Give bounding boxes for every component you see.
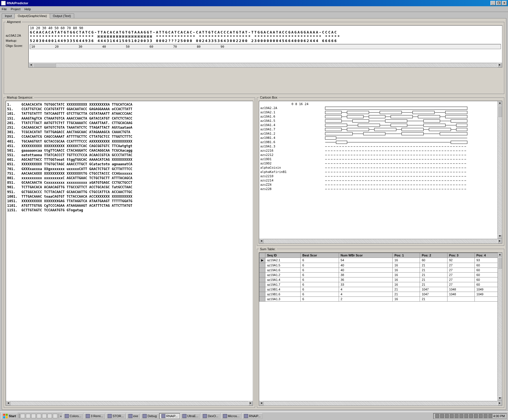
scroll-track[interactable] bbox=[11, 401, 248, 406]
tray-icon[interactable] bbox=[484, 414, 488, 418]
ql-icon[interactable] bbox=[47, 414, 52, 418]
tray-icon[interactable] bbox=[435, 414, 439, 418]
sum-header[interactable]: Pos: 1 bbox=[393, 253, 420, 258]
menu-project[interactable]: Project bbox=[11, 7, 20, 11]
table-row[interactable]: az19A1.564016212760 bbox=[259, 263, 502, 268]
cartoon-row[interactable]: azsZZ4 bbox=[260, 183, 501, 187]
table-row[interactable]: az19A1.763316212760 bbox=[259, 282, 502, 287]
table-row[interactable]: az19A1.263816212760 bbox=[259, 272, 502, 277]
cartoon-vscroll[interactable]: ▲ ▼ bbox=[497, 101, 502, 239]
maximize-button[interactable]: ❐ bbox=[496, 1, 501, 5]
table-row[interactable]: az19B1.46421104710481049 bbox=[259, 287, 502, 292]
taskbar-button[interactable]: STOR... bbox=[106, 413, 126, 419]
taskbar-button[interactable]: RNAiP... bbox=[242, 413, 263, 419]
table-row[interactable]: az19A1.463616212760 bbox=[259, 277, 502, 282]
table-row[interactable]: az19A1.3621621 bbox=[259, 296, 502, 301]
scroll-left-icon[interactable]: ◄ bbox=[6, 401, 11, 406]
cartoon-row[interactable]: az19B1.6 bbox=[260, 140, 501, 144]
cartoon-row[interactable]: alphaKafirinB1 bbox=[260, 170, 501, 174]
cartoon-row[interactable]: az19A1.3 bbox=[260, 144, 501, 149]
cartoon-row[interactable]: azs228 bbox=[260, 187, 501, 191]
ql-icon[interactable] bbox=[53, 414, 57, 418]
taskbar-button[interactable]: Debug bbox=[141, 413, 159, 419]
tray-icon[interactable] bbox=[445, 414, 449, 418]
scroll-track[interactable] bbox=[264, 401, 497, 406]
cartoon-row[interactable]: az19A1.5 bbox=[260, 119, 501, 123]
sum-header[interactable]: Num WBr Scor bbox=[339, 253, 392, 258]
tray-icon[interactable] bbox=[464, 414, 468, 418]
minimize-button[interactable]: _ bbox=[490, 1, 495, 5]
cartoon-row[interactable]: az19D2 bbox=[260, 161, 501, 166]
cartoon-row[interactable]: azs2210 bbox=[260, 174, 501, 178]
table-row[interactable]: az19B1.66421104710481049 bbox=[259, 292, 502, 296]
menu-file[interactable]: File bbox=[2, 7, 7, 11]
ql-icon[interactable] bbox=[26, 414, 30, 418]
cartoon-row[interactable]: az19D1 bbox=[260, 157, 501, 161]
taskbar-button[interactable]: RNAiP... bbox=[159, 413, 180, 419]
sum-header[interactable]: Seq ID bbox=[265, 253, 301, 258]
ql-icon[interactable] bbox=[31, 414, 36, 418]
scroll-up-icon[interactable]: ▲ bbox=[498, 101, 502, 106]
taskbar-button[interactable]: Micros... bbox=[221, 413, 242, 419]
alignment-view[interactable]: 10 20 30 40 50 60 70 80 90 GCAACACATATGT… bbox=[28, 25, 502, 68]
scroll-left-icon[interactable]: ◄ bbox=[259, 401, 264, 406]
cartoon-row[interactable]: azs2212 bbox=[260, 153, 501, 157]
sum-hscroll[interactable]: ◄ ► bbox=[259, 401, 502, 406]
cartoon-hscroll[interactable]: ◄ ► bbox=[259, 239, 502, 243]
sum-header[interactable]: Pos: 3 bbox=[447, 253, 474, 258]
tray-icon[interactable] bbox=[450, 414, 454, 418]
start-button[interactable]: Start bbox=[1, 413, 18, 419]
scroll-left-icon[interactable]: ◄ bbox=[259, 239, 264, 243]
ql-icon[interactable] bbox=[42, 414, 47, 418]
markup-sequence-view[interactable]: 1. GCAACACATA TGTGGCTATC XXXXXXXXXX XXXX… bbox=[6, 101, 253, 406]
sum-table-view[interactable]: Seq IDBest ScorNum WBr ScorPos: 1Pos: 2P… bbox=[259, 252, 502, 406]
taskbar-button[interactable]: Colors... bbox=[63, 413, 83, 419]
ql-icon[interactable] bbox=[37, 414, 41, 418]
cartoon-row[interactable]: azs2216 bbox=[260, 149, 501, 153]
table-row[interactable]: az19A1.664016212760 bbox=[259, 268, 502, 272]
alignment-hscroll[interactable]: ◄ ► bbox=[29, 63, 502, 67]
scroll-up-icon[interactable]: ▲ bbox=[498, 253, 502, 257]
scroll-left-icon[interactable]: ◄ bbox=[29, 63, 33, 67]
markup-hscroll[interactable]: ◄ ► bbox=[6, 401, 253, 406]
tray-icon[interactable] bbox=[474, 414, 478, 418]
scroll-thumb[interactable] bbox=[498, 257, 502, 269]
tray-icon[interactable] bbox=[459, 414, 463, 418]
scroll-thumb[interactable] bbox=[33, 63, 56, 67]
scroll-track[interactable] bbox=[498, 117, 502, 234]
cartoon-view[interactable]: 0 8 16 24 az19A2.2Aaz19A2.1az19A1.6az19A… bbox=[259, 101, 502, 244]
tray-icon[interactable] bbox=[455, 414, 459, 418]
scroll-down-icon[interactable]: ▼ bbox=[498, 234, 502, 239]
scroll-right-icon[interactable]: ► bbox=[248, 401, 253, 406]
scroll-track[interactable] bbox=[264, 239, 497, 243]
sum-header[interactable] bbox=[259, 253, 265, 258]
scroll-right-icon[interactable]: ► bbox=[497, 239, 502, 243]
tab-output-text[interactable]: Output (Text) bbox=[50, 13, 74, 18]
table-row[interactable]: ▶az19A2.165416609293 bbox=[259, 258, 502, 263]
scroll-right-icon[interactable]: ► bbox=[497, 401, 502, 406]
taskbar-button[interactable]: exe bbox=[126, 413, 140, 419]
cartoon-row[interactable]: azs2214 bbox=[260, 178, 501, 183]
cartoon-row[interactable]: az19A2.1 bbox=[260, 110, 501, 114]
scroll-thumb[interactable] bbox=[498, 106, 502, 117]
cartoon-row[interactable]: az19A1.4 bbox=[260, 123, 501, 127]
sum-header[interactable]: Best Scor bbox=[301, 253, 339, 258]
cartoon-row[interactable]: az19A1.7 bbox=[260, 127, 501, 131]
cartoon-row[interactable]: az19B1.4 bbox=[260, 136, 501, 140]
tray-icon[interactable] bbox=[488, 414, 492, 418]
tab-output-graphic[interactable]: Output(GraphicView) bbox=[14, 13, 50, 18]
scroll-right-icon[interactable]: ► bbox=[497, 63, 502, 67]
cartoon-row[interactable]: az19A1.2 bbox=[260, 131, 501, 136]
taskbar-button[interactable]: DexO... bbox=[201, 413, 220, 419]
tray-icon[interactable] bbox=[469, 414, 473, 418]
tray-icon[interactable] bbox=[479, 414, 483, 418]
close-button[interactable]: × bbox=[502, 1, 507, 5]
scroll-track[interactable] bbox=[498, 269, 502, 396]
scroll-down-icon[interactable]: ▼ bbox=[498, 396, 502, 401]
ql-icon[interactable] bbox=[20, 414, 25, 418]
tray-icon[interactable] bbox=[440, 414, 444, 418]
tab-input[interactable]: Input bbox=[2, 13, 15, 18]
taskbar-button[interactable]: UltraE... bbox=[180, 413, 201, 419]
sum-vscroll[interactable]: ▲ ▼ bbox=[497, 253, 502, 401]
scroll-track[interactable] bbox=[56, 63, 497, 67]
